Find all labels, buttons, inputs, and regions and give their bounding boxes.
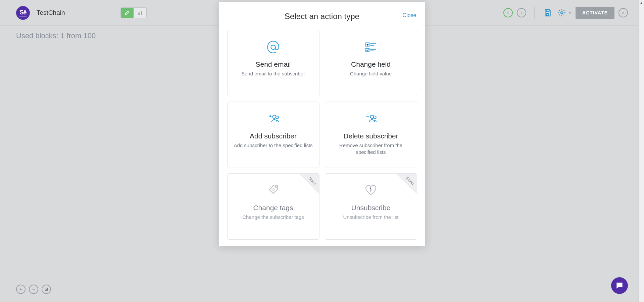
save-icon <box>543 8 552 17</box>
save-button[interactable] <box>543 8 553 18</box>
card-title: Change tags <box>234 204 313 212</box>
topbar-actions: ▼ ACTIVATE <box>491 7 628 19</box>
svg-point-5 <box>271 45 275 49</box>
view-toggle <box>120 7 147 18</box>
redo-icon <box>519 10 524 15</box>
card-delete-subscriber[interactable]: Delete subscriber Remove subscriber from… <box>325 102 417 168</box>
scroll-up-icon[interactable]: ▲ <box>639 0 644 6</box>
card-change-field[interactable]: Change field Change field value <box>325 30 417 96</box>
card-title: Delete subscriber <box>331 132 411 140</box>
action-type-modal: Select an action type Close Send email S… <box>219 2 425 246</box>
svg-rect-0 <box>138 13 139 15</box>
undo-icon <box>506 10 510 15</box>
pencil-icon <box>124 10 130 16</box>
svg-point-16 <box>275 186 276 188</box>
used-blocks-label: Used blocks: 1 from 100 <box>16 32 96 40</box>
settings-button[interactable] <box>557 8 567 18</box>
at-sign-icon <box>234 39 313 56</box>
minus-icon <box>31 287 36 292</box>
card-title: Change field <box>331 60 411 68</box>
gear-icon <box>557 8 566 17</box>
card-title: Unsubscribe <box>331 204 411 212</box>
remove-user-icon <box>331 111 411 127</box>
card-change-tags: Soon Change tags Change the subscriber t… <box>227 173 319 240</box>
fit-icon <box>44 287 49 292</box>
checklist-icon <box>331 39 411 56</box>
support-chat-button[interactable] <box>611 277 628 294</box>
svg-rect-2 <box>141 11 142 15</box>
chain-name-input[interactable] <box>37 8 110 18</box>
card-desc: Change the subscriber tags <box>234 214 313 221</box>
brand-logo: Sē <box>16 6 30 20</box>
card-desc: Change field value <box>331 70 411 77</box>
chevron-down-icon: ▼ <box>568 11 572 15</box>
card-desc: Send email to the subscriber <box>234 70 313 77</box>
card-desc: Unsubscribe from the list <box>331 214 411 221</box>
card-desc: Add subscriber to the specified lists <box>234 142 313 149</box>
close-icon <box>621 10 626 15</box>
card-title: Add subscriber <box>234 132 313 140</box>
bar-chart-icon <box>137 10 143 16</box>
activate-button[interactable]: ACTIVATE <box>576 7 614 19</box>
plus-icon <box>18 287 23 292</box>
modal-title: Select an action type <box>285 12 359 21</box>
zoom-out-button[interactable] <box>29 285 38 294</box>
chat-icon <box>615 281 624 290</box>
card-unsubscribe: Soon Unsubscribe Unsubscribe from the li… <box>325 173 417 240</box>
broken-heart-icon <box>331 182 411 199</box>
stats-mode-button[interactable] <box>134 8 146 18</box>
tag-icon <box>234 182 313 199</box>
logo-text: Sē <box>19 9 26 16</box>
close-button[interactable] <box>618 8 628 17</box>
zoom-controls <box>16 285 51 294</box>
settings-dropdown[interactable]: ▼ <box>557 8 572 18</box>
redo-button[interactable] <box>517 8 526 17</box>
edit-mode-button[interactable] <box>121 8 134 18</box>
modal-header: Select an action type Close <box>223 12 421 21</box>
card-title: Send email <box>234 60 313 68</box>
svg-rect-1 <box>140 12 140 15</box>
action-cards-grid: Send email Send email to the subscriber … <box>223 30 421 240</box>
card-desc: Remove subscriber from the specified lis… <box>331 142 411 156</box>
vertical-scrollbar[interactable]: ▲ <box>638 0 644 302</box>
zoom-in-button[interactable] <box>16 285 26 294</box>
fit-screen-button[interactable] <box>42 285 51 294</box>
modal-close-link[interactable]: Close <box>403 12 416 18</box>
undo-button[interactable] <box>503 8 513 17</box>
divider <box>534 7 535 19</box>
divider <box>495 7 495 19</box>
add-user-icon <box>234 111 313 127</box>
svg-point-3 <box>561 12 563 14</box>
card-add-subscriber[interactable]: Add subscriber Add subscriber to the spe… <box>227 102 319 168</box>
card-send-email[interactable]: Send email Send email to the subscriber <box>227 30 319 96</box>
